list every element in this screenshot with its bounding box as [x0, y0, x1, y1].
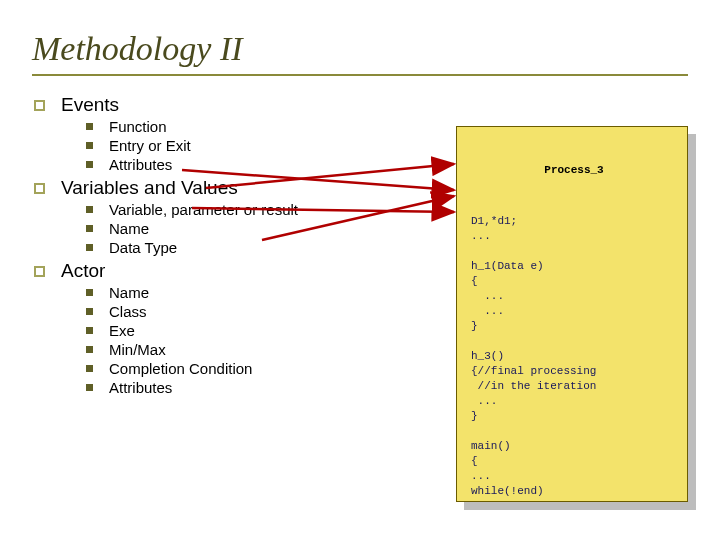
- list-item-text: Attributes: [109, 379, 172, 396]
- section-label: Variables and Values: [61, 177, 238, 199]
- list-item-text: Completion Condition: [109, 360, 252, 377]
- code-panel-body: Process_3 D1,*d1; ... h_1(Data e) { ... …: [456, 126, 688, 502]
- square-bullet-icon: [86, 142, 93, 149]
- section-label: Events: [61, 94, 119, 116]
- hollow-square-bullet-icon: [34, 100, 45, 111]
- slide: Methodology II Events Function Entry or …: [0, 0, 720, 540]
- section-label: Actor: [61, 260, 105, 282]
- section-events: Events: [32, 94, 688, 116]
- list-item-text: Min/Max: [109, 341, 166, 358]
- square-bullet-icon: [86, 225, 93, 232]
- list-item-text: Name: [109, 284, 149, 301]
- slide-title: Methodology II: [32, 30, 688, 68]
- square-bullet-icon: [86, 161, 93, 168]
- list-item-text: Name: [109, 220, 149, 237]
- list-item-text: Function: [109, 118, 167, 135]
- square-bullet-icon: [86, 365, 93, 372]
- code-panel-text: D1,*d1; ... h_1(Data e) { ... ... } h_3(…: [471, 214, 677, 502]
- code-panel: Process_3 D1,*d1; ... h_1(Data e) { ... …: [456, 126, 696, 510]
- square-bullet-icon: [86, 327, 93, 334]
- list-item-text: Class: [109, 303, 147, 320]
- list-item-text: Data Type: [109, 239, 177, 256]
- square-bullet-icon: [86, 206, 93, 213]
- title-underline: [32, 74, 688, 76]
- code-panel-header: Process_3: [471, 163, 677, 178]
- square-bullet-icon: [86, 308, 93, 315]
- hollow-square-bullet-icon: [34, 266, 45, 277]
- list-item-text: Variable, parameter or result: [109, 201, 298, 218]
- square-bullet-icon: [86, 244, 93, 251]
- square-bullet-icon: [86, 289, 93, 296]
- list-item-text: Exe: [109, 322, 135, 339]
- hollow-square-bullet-icon: [34, 183, 45, 194]
- square-bullet-icon: [86, 346, 93, 353]
- list-item-text: Attributes: [109, 156, 172, 173]
- square-bullet-icon: [86, 123, 93, 130]
- square-bullet-icon: [86, 384, 93, 391]
- list-item-text: Entry or Exit: [109, 137, 191, 154]
